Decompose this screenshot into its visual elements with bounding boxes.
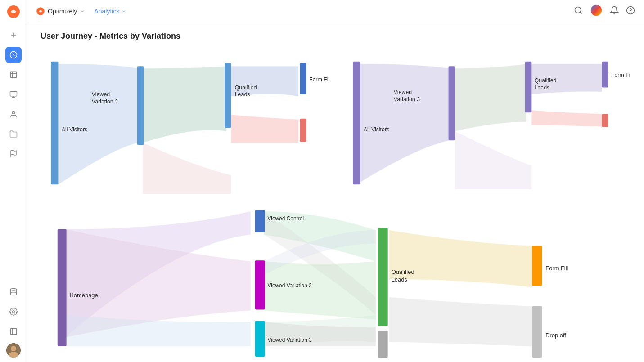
qualified-leads-label-2: Qualified	[534, 77, 556, 84]
svg-point-10	[12, 311, 14, 313]
chart-variation-3: All Visitors Viewed Variation 3 Qualifie…	[342, 50, 631, 194]
topnav-right	[574, 4, 635, 18]
form-fill-bottom-label: Form Fill	[545, 265, 568, 272]
brand-chevron-icon	[80, 9, 85, 14]
svg-point-7	[12, 111, 15, 114]
svg-rect-38	[255, 260, 265, 309]
sidebar-item-experiments[interactable]	[5, 67, 22, 83]
homepage-label: Homepage	[70, 292, 98, 299]
topnav: Optimizely Analytics	[27, 0, 644, 22]
sidebar-item-settings[interactable]	[5, 304, 22, 320]
sidebar-bottom	[5, 284, 22, 358]
svg-rect-30	[448, 66, 455, 140]
sidebar-item-flags[interactable]	[5, 146, 22, 162]
svg-rect-11	[10, 328, 17, 335]
analytics-chevron-icon	[121, 9, 126, 14]
form-fill-label-1: Form Fill	[309, 76, 329, 83]
svg-line-18	[580, 12, 582, 13]
brand-dropdown[interactable]: Optimizely	[36, 7, 85, 16]
svg-rect-25	[225, 63, 231, 128]
sidebar-item-layout[interactable]	[5, 323, 22, 340]
svg-rect-4	[10, 91, 17, 96]
sidebar	[0, 0, 27, 362]
svg-rect-42	[378, 331, 388, 358]
brand-name: Optimizely	[48, 8, 77, 15]
svg-rect-39	[255, 321, 265, 356]
svg-rect-27	[300, 63, 306, 94]
analytics-dropdown[interactable]: Analytics	[94, 8, 126, 15]
viewed-control-label: Viewed Control	[268, 215, 304, 222]
svg-rect-36	[58, 229, 67, 346]
form-fill-label-2: Form Fill	[611, 72, 630, 78]
qualified-leads-label-1: Qualified	[235, 85, 257, 91]
svg-rect-23	[137, 66, 144, 145]
viewed-v2-bottom-label: Viewed Variation 2	[268, 282, 312, 289]
svg-rect-37	[255, 210, 265, 232]
sidebar-item-monitor[interactable]	[5, 86, 22, 103]
svg-point-17	[575, 7, 581, 13]
profile-avatar[interactable]	[590, 4, 603, 18]
content-area: User Journey - Metrics by Variations	[27, 22, 644, 362]
chart-variation-2: All Visitors Viewed Variation 2 Qualifie…	[41, 50, 329, 194]
sidebar-item-add[interactable]	[5, 27, 22, 43]
main-wrapper: Optimizely Analytics User Journey - Metr…	[27, 0, 644, 362]
svg-rect-34	[602, 62, 608, 88]
svg-text:Leads: Leads	[392, 276, 407, 283]
sidebar-item-users[interactable]	[5, 106, 22, 122]
qualified-leads-bottom-label: Qualified	[392, 268, 414, 275]
chart-bottom: Homepage Viewed Control Viewed Variation…	[41, 207, 630, 360]
drop-off-label: Drop off	[545, 332, 566, 339]
sidebar-item-analytics[interactable]	[5, 47, 22, 63]
svg-rect-22	[51, 62, 59, 185]
viewed-v2-label: Viewed	[92, 91, 110, 98]
sidebar-item-database[interactable]	[5, 284, 22, 300]
viewed-v3-bottom-label: Viewed Variation 3	[268, 337, 312, 343]
viewed-v3-label: Viewed	[393, 89, 411, 95]
sidebar-item-projects[interactable]	[5, 126, 22, 142]
svg-rect-28	[300, 119, 306, 142]
svg-rect-32	[525, 62, 531, 113]
svg-rect-44	[532, 306, 542, 358]
svg-text:Variation 3: Variation 3	[393, 96, 419, 103]
search-icon[interactable]	[574, 6, 583, 17]
svg-point-14	[11, 346, 16, 351]
analytics-label: Analytics	[94, 8, 119, 15]
svg-point-9	[10, 289, 17, 291]
svg-text:Variation 2: Variation 2	[92, 98, 118, 105]
svg-rect-35	[602, 114, 608, 127]
svg-text:Leads: Leads	[534, 85, 549, 91]
svg-rect-43	[532, 246, 542, 286]
svg-point-19	[591, 4, 602, 16]
svg-text:Leads: Leads	[235, 91, 250, 98]
notifications-icon[interactable]	[610, 6, 619, 17]
svg-rect-40	[378, 228, 388, 326]
app-logo[interactable]	[6, 4, 21, 19]
avatar[interactable]	[6, 343, 21, 358]
all-visitors-label-2: All Visitors	[363, 126, 389, 133]
svg-rect-29	[352, 62, 360, 185]
top-charts-row: All Visitors Viewed Variation 2 Qualifie…	[41, 50, 630, 194]
all-visitors-label-1: All Visitors	[62, 126, 88, 133]
page-title: User Journey - Metrics by Variations	[41, 31, 630, 41]
help-icon[interactable]	[626, 6, 635, 17]
